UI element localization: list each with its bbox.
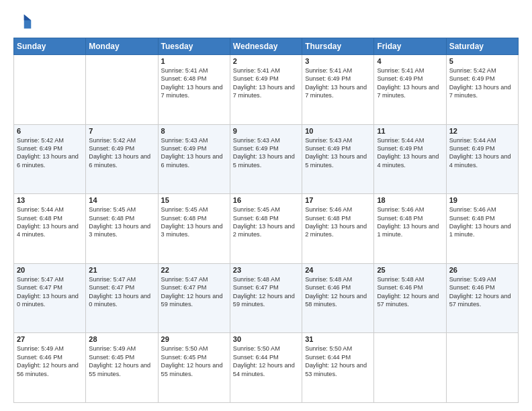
day-info: Sunrise: 5:49 AM Sunset: 6:46 PM Dayligh… <box>17 345 83 378</box>
day-info: Sunrise: 5:42 AM Sunset: 6:49 PM Dayligh… <box>17 136 83 170</box>
day-info: Sunrise: 5:50 AM Sunset: 6:44 PM Dayligh… <box>305 345 371 378</box>
day-info: Sunrise: 5:41 AM Sunset: 6:49 PM Dayligh… <box>377 66 443 100</box>
day-info: Sunrise: 5:48 AM Sunset: 6:46 PM Dayligh… <box>305 275 371 309</box>
calendar-cell: 22Sunrise: 5:47 AM Sunset: 6:47 PM Dayli… <box>158 263 230 333</box>
day-number: 3 <box>305 57 371 65</box>
day-number: 19 <box>449 196 515 204</box>
calendar-week-row: 1Sunrise: 5:41 AM Sunset: 6:48 PM Daylig… <box>14 55 519 125</box>
day-info: Sunrise: 5:42 AM Sunset: 6:49 PM Dayligh… <box>449 66 515 100</box>
calendar-cell: 2Sunrise: 5:41 AM Sunset: 6:49 PM Daylig… <box>230 55 302 125</box>
calendar-cell: 20Sunrise: 5:47 AM Sunset: 6:47 PM Dayli… <box>14 263 86 333</box>
day-number: 20 <box>17 266 83 274</box>
calendar-cell: 17Sunrise: 5:46 AM Sunset: 6:48 PM Dayli… <box>302 194 374 264</box>
day-number: 1 <box>161 57 227 65</box>
day-info: Sunrise: 5:45 AM Sunset: 6:48 PM Dayligh… <box>89 205 154 239</box>
calendar-cell: 8Sunrise: 5:43 AM Sunset: 6:49 PM Daylig… <box>158 124 230 194</box>
calendar-cell: 10Sunrise: 5:43 AM Sunset: 6:49 PM Dayli… <box>302 124 374 194</box>
calendar-cell: 9Sunrise: 5:43 AM Sunset: 6:49 PM Daylig… <box>230 124 302 194</box>
day-info: Sunrise: 5:46 AM Sunset: 6:48 PM Dayligh… <box>377 205 443 239</box>
calendar-cell: 13Sunrise: 5:44 AM Sunset: 6:48 PM Dayli… <box>14 194 86 264</box>
calendar-cell: 31Sunrise: 5:50 AM Sunset: 6:44 PM Dayli… <box>302 333 374 403</box>
day-number: 29 <box>161 335 227 343</box>
calendar-cell: 25Sunrise: 5:48 AM Sunset: 6:46 PM Dayli… <box>374 263 446 333</box>
day-number: 21 <box>89 266 154 274</box>
calendar-table: SundayMondayTuesdayWednesdayThursdayFrid… <box>13 38 519 403</box>
day-number: 28 <box>89 335 154 343</box>
day-number: 12 <box>449 127 515 135</box>
day-number: 7 <box>89 127 154 135</box>
calendar-cell: 28Sunrise: 5:49 AM Sunset: 6:45 PM Dayli… <box>86 333 158 403</box>
calendar-week-row: 20Sunrise: 5:47 AM Sunset: 6:47 PM Dayli… <box>14 263 519 333</box>
day-number: 23 <box>233 266 299 274</box>
calendar-header-row: SundayMondayTuesdayWednesdayThursdayFrid… <box>14 38 519 55</box>
calendar-cell: 7Sunrise: 5:42 AM Sunset: 6:49 PM Daylig… <box>86 124 158 194</box>
day-info: Sunrise: 5:45 AM Sunset: 6:48 PM Dayligh… <box>161 205 227 239</box>
day-info: Sunrise: 5:50 AM Sunset: 6:44 PM Dayligh… <box>233 345 299 378</box>
day-info: Sunrise: 5:47 AM Sunset: 6:47 PM Dayligh… <box>161 275 227 309</box>
day-number: 16 <box>233 196 299 204</box>
calendar-cell: 12Sunrise: 5:44 AM Sunset: 6:49 PM Dayli… <box>446 124 518 194</box>
calendar-week-row: 27Sunrise: 5:49 AM Sunset: 6:46 PM Dayli… <box>14 333 519 403</box>
calendar-cell: 19Sunrise: 5:46 AM Sunset: 6:48 PM Dayli… <box>446 194 518 264</box>
calendar-cell <box>446 333 518 403</box>
day-info: Sunrise: 5:47 AM Sunset: 6:47 PM Dayligh… <box>89 275 154 309</box>
calendar-cell: 11Sunrise: 5:44 AM Sunset: 6:49 PM Dayli… <box>374 124 446 194</box>
logo-icon <box>13 12 32 31</box>
calendar-cell: 26Sunrise: 5:49 AM Sunset: 6:46 PM Dayli… <box>446 263 518 333</box>
day-info: Sunrise: 5:41 AM Sunset: 6:48 PM Dayligh… <box>161 66 227 100</box>
day-info: Sunrise: 5:44 AM Sunset: 6:49 PM Dayligh… <box>377 136 443 170</box>
day-number: 9 <box>233 127 299 135</box>
day-info: Sunrise: 5:43 AM Sunset: 6:49 PM Dayligh… <box>233 136 299 170</box>
day-info: Sunrise: 5:43 AM Sunset: 6:49 PM Dayligh… <box>161 136 227 170</box>
day-number: 10 <box>305 127 371 135</box>
calendar-cell: 24Sunrise: 5:48 AM Sunset: 6:46 PM Dayli… <box>302 263 374 333</box>
calendar-cell <box>14 55 86 125</box>
day-info: Sunrise: 5:48 AM Sunset: 6:46 PM Dayligh… <box>377 275 443 309</box>
day-number: 2 <box>233 57 299 65</box>
day-number: 11 <box>377 127 443 135</box>
day-info: Sunrise: 5:45 AM Sunset: 6:48 PM Dayligh… <box>233 205 299 239</box>
day-number: 18 <box>377 196 443 204</box>
day-number: 25 <box>377 266 443 274</box>
day-info: Sunrise: 5:46 AM Sunset: 6:48 PM Dayligh… <box>449 205 515 239</box>
day-number: 13 <box>17 196 83 204</box>
day-info: Sunrise: 5:44 AM Sunset: 6:49 PM Dayligh… <box>449 136 515 170</box>
calendar-cell: 6Sunrise: 5:42 AM Sunset: 6:49 PM Daylig… <box>14 124 86 194</box>
weekday-header-thursday: Thursday <box>302 38 374 55</box>
day-info: Sunrise: 5:42 AM Sunset: 6:49 PM Dayligh… <box>89 136 154 170</box>
day-number: 24 <box>305 266 371 274</box>
weekday-header-friday: Friday <box>374 38 446 55</box>
day-number: 14 <box>89 196 154 204</box>
page: SundayMondayTuesdayWednesdayThursdayFrid… <box>0 0 532 411</box>
weekday-header-monday: Monday <box>86 38 158 55</box>
day-number: 30 <box>233 335 299 343</box>
calendar-cell <box>86 55 158 125</box>
calendar-cell: 4Sunrise: 5:41 AM Sunset: 6:49 PM Daylig… <box>374 55 446 125</box>
calendar-cell: 29Sunrise: 5:50 AM Sunset: 6:45 PM Dayli… <box>158 333 230 403</box>
logo <box>13 12 35 31</box>
day-info: Sunrise: 5:41 AM Sunset: 6:49 PM Dayligh… <box>305 66 371 100</box>
day-info: Sunrise: 5:49 AM Sunset: 6:45 PM Dayligh… <box>89 345 154 378</box>
calendar-week-row: 13Sunrise: 5:44 AM Sunset: 6:48 PM Dayli… <box>14 194 519 264</box>
calendar-cell: 30Sunrise: 5:50 AM Sunset: 6:44 PM Dayli… <box>230 333 302 403</box>
day-info: Sunrise: 5:41 AM Sunset: 6:49 PM Dayligh… <box>233 66 299 100</box>
day-info: Sunrise: 5:47 AM Sunset: 6:47 PM Dayligh… <box>17 275 83 309</box>
day-number: 5 <box>449 57 515 65</box>
calendar-cell: 16Sunrise: 5:45 AM Sunset: 6:48 PM Dayli… <box>230 194 302 264</box>
day-info: Sunrise: 5:48 AM Sunset: 6:47 PM Dayligh… <box>233 275 299 309</box>
weekday-header-tuesday: Tuesday <box>158 38 230 55</box>
calendar-cell <box>374 333 446 403</box>
day-number: 6 <box>17 127 83 135</box>
header <box>13 12 519 31</box>
day-number: 31 <box>305 335 371 343</box>
weekday-header-saturday: Saturday <box>446 38 518 55</box>
day-info: Sunrise: 5:49 AM Sunset: 6:46 PM Dayligh… <box>449 275 515 309</box>
day-number: 22 <box>161 266 227 274</box>
calendar-cell: 23Sunrise: 5:48 AM Sunset: 6:47 PM Dayli… <box>230 263 302 333</box>
day-number: 17 <box>305 196 371 204</box>
day-number: 8 <box>161 127 227 135</box>
calendar-cell: 5Sunrise: 5:42 AM Sunset: 6:49 PM Daylig… <box>446 55 518 125</box>
calendar-week-row: 6Sunrise: 5:42 AM Sunset: 6:49 PM Daylig… <box>14 124 519 194</box>
weekday-header-sunday: Sunday <box>14 38 86 55</box>
day-number: 26 <box>449 266 515 274</box>
